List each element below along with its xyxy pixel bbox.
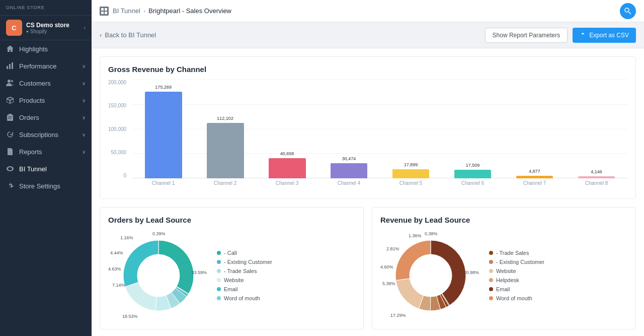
legend-dot <box>489 287 493 291</box>
y-label: 50,000 <box>111 150 127 155</box>
sidebar-item-orders[interactable]: Orders ∨ <box>0 109 92 126</box>
grid-icon <box>101 8 108 15</box>
clipboard-icon <box>6 113 14 121</box>
sidebar-item-bi-tunnel[interactable]: BI Tunnel <box>0 160 92 177</box>
x-axis-label: Channel 4 <box>318 178 380 190</box>
svg-rect-0 <box>7 66 8 69</box>
tunnel-icon <box>6 165 14 173</box>
legend-label: - Existing Customer <box>224 259 272 265</box>
x-axis-label: Channel 6 <box>442 178 504 190</box>
sidebar-item-customers[interactable]: Customers ∨ <box>0 75 92 92</box>
legend-label: Word of mouth <box>496 295 532 301</box>
bar-value-label: 175,269 <box>155 85 172 90</box>
orders-donut-svg <box>108 230 209 321</box>
svg-rect-5 <box>7 115 13 121</box>
legend-dot <box>217 269 221 273</box>
revenue-lead-source-chart: Revenue by Lead Source 40.98% 0.38% 1.36… <box>372 207 636 329</box>
bar-value-label: 30,474 <box>342 156 356 161</box>
x-axis-label: Channel 1 <box>132 178 194 190</box>
sidebar: ONLINE STORE C CS Demo store Shopify › H… <box>0 0 92 336</box>
revenue-legend: - Trade Sales - Existing Customer Websit… <box>489 250 544 301</box>
bar-value-label: 17,899 <box>404 162 418 167</box>
box-icon <box>6 96 14 104</box>
bar-group: 30,474 <box>318 80 380 178</box>
legend-label: - Trade Sales <box>224 268 257 274</box>
svg-rect-1 <box>9 64 11 69</box>
svg-rect-11 <box>105 12 107 14</box>
breadcrumb-separator: › <box>143 7 145 15</box>
sidebar-item-performance[interactable]: Performance ∨ <box>0 57 92 75</box>
bar: 17,899 <box>392 169 430 178</box>
sidebar-item-label: Customers <box>19 80 77 87</box>
chevron-icon: ∨ <box>82 115 86 120</box>
svg-point-12 <box>625 8 629 12</box>
bar-group: 175,269 <box>132 80 194 178</box>
file-icon <box>6 148 14 156</box>
bars-row: 175,269112,10240,65830,47417,89917,5094,… <box>132 80 627 178</box>
orders-lead-source-chart: Orders by Lead Source 33.59% 0.39% 1.16%… <box>100 207 364 329</box>
legend-item: Helpdesk <box>489 277 544 283</box>
legend-dot <box>217 287 221 291</box>
sidebar-item-products[interactable]: Products ∨ <box>0 92 92 109</box>
export-csv-button[interactable]: Export as CSV <box>573 28 636 43</box>
bar: 40,658 <box>269 158 306 178</box>
bar-group: 17,509 <box>442 80 504 178</box>
search-button[interactable] <box>620 3 636 19</box>
lower-charts: Orders by Lead Source 33.59% 0.39% 1.16%… <box>100 207 636 329</box>
content-area: Gross Revenue by Channel 200,000 150,000… <box>92 48 644 336</box>
svg-rect-10 <box>101 12 104 14</box>
home-icon <box>6 45 14 53</box>
back-arrow-icon: ‹ <box>100 31 102 39</box>
breadcrumb-current: Brightpearl - Sales Overview <box>148 7 231 15</box>
bar: 17,509 <box>454 170 492 178</box>
store-info[interactable]: C CS Demo store Shopify › <box>0 16 92 40</box>
legend-label: Word of mouth <box>224 295 260 301</box>
bar: 30,474 <box>331 163 368 178</box>
bar-value-label: 4,877 <box>529 169 540 174</box>
legend-item: - Trade Sales <box>217 268 272 274</box>
bar-group: 4,877 <box>504 80 566 178</box>
bar-value-label: 4,146 <box>591 169 602 174</box>
store-avatar: C <box>6 20 22 36</box>
sidebar-item-subscriptions[interactable]: Subscriptions ∨ <box>0 126 92 143</box>
legend-dot <box>489 296 493 300</box>
bar-group: 4,146 <box>566 80 627 178</box>
sidebar-item-highlights[interactable]: Highlights <box>0 40 92 57</box>
bar-group: 112,102 <box>194 80 256 178</box>
legend-item: Email <box>489 286 544 292</box>
sidebar-item-reports[interactable]: Reports ∨ <box>0 143 92 160</box>
show-report-params-button[interactable]: Show Report Parameters <box>485 28 568 43</box>
legend-label: Helpdesk <box>496 277 519 283</box>
x-axis: Channel 1Channel 2Channel 3Channel 4Chan… <box>132 178 627 190</box>
store-details: CS Demo store Shopify <box>26 22 69 34</box>
revenue-lead-title: Revenue by Lead Source <box>380 216 627 224</box>
legend-dot <box>217 251 221 255</box>
sidebar-item-store-settings[interactable]: Store Settings <box>0 177 92 194</box>
svg-rect-9 <box>105 8 107 11</box>
orders-donut: 33.59% 0.39% 1.16% 4.44% 4.63% 7.14% 18.… <box>108 230 209 321</box>
back-link-label: Back to BI Tunnel <box>105 31 156 39</box>
subheader-actions: Show Report Parameters Export as CSV <box>485 28 636 43</box>
breadcrumb-root[interactable]: BI Tunnel <box>113 7 140 15</box>
bar-value-label: 17,509 <box>466 163 480 168</box>
subheader: ‹ Back to BI Tunnel Show Report Paramete… <box>92 22 644 48</box>
legend-dot <box>489 260 493 264</box>
store-arrow-icon: › <box>84 25 86 31</box>
y-label: 0 <box>124 173 127 178</box>
chevron-icon: ∨ <box>82 132 86 138</box>
legend-dot <box>217 260 221 264</box>
bars-area: 175,269112,10240,65830,47417,89917,5094,… <box>132 80 627 190</box>
legend-dot <box>217 296 221 300</box>
x-axis-label: Channel 3 <box>256 178 318 190</box>
orders-legend: - Call - Existing Customer - Trade Sales <box>217 250 272 301</box>
sidebar-item-label: Reports <box>19 148 77 156</box>
y-axis: 200,000 150,000 100,000 50,000 0 <box>108 80 132 190</box>
sidebar-item-label: Store Settings <box>19 182 86 190</box>
refresh-icon <box>6 130 14 139</box>
sidebar-item-label: BI Tunnel <box>19 165 86 173</box>
back-link[interactable]: ‹ Back to BI Tunnel <box>100 31 156 39</box>
users-icon <box>6 79 14 87</box>
svg-line-13 <box>629 12 631 14</box>
sidebar-item-label: Orders <box>19 114 77 121</box>
legend-label: Email <box>496 286 510 292</box>
